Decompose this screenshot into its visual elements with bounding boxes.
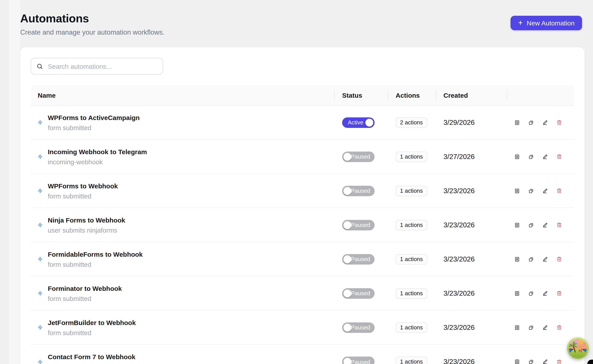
trash-icon [557, 222, 562, 228]
delete-button[interactable] [557, 325, 562, 330]
zap-icon [38, 358, 42, 364]
logs-button[interactable] [514, 154, 520, 159]
status-label: Paused [351, 188, 370, 194]
logs-button[interactable] [514, 359, 520, 364]
new-automation-button[interactable]: + New Automation [511, 16, 582, 30]
edit-icon [543, 291, 548, 296]
trash-icon [557, 290, 562, 296]
created-date: 3/23/2026 [436, 255, 507, 263]
edit-icon [543, 188, 548, 193]
column-header-name: Name [31, 85, 334, 105]
automation-name: FormidableForms to Webhook [48, 250, 143, 258]
status-toggle[interactable]: Active [342, 117, 375, 128]
delete-button[interactable] [557, 290, 562, 296]
status-label: Paused [351, 325, 370, 330]
automation-name-cell: FormidableForms to Webhook form submitte… [31, 250, 334, 268]
page-title: Automations [20, 11, 582, 26]
copy-icon [529, 256, 534, 262]
edit-button[interactable] [543, 359, 548, 364]
status-toggle[interactable]: Paused [342, 357, 375, 364]
actions-cell: 1 actions [388, 220, 436, 230]
duplicate-button[interactable] [529, 120, 534, 125]
duplicate-button[interactable] [529, 188, 534, 193]
actions-count-badge: 1 actions [396, 254, 427, 264]
delete-button[interactable] [557, 154, 562, 159]
status-toggle[interactable]: Paused [342, 151, 375, 162]
actions-cell: 1 actions [388, 186, 436, 196]
zap-icon [38, 119, 42, 126]
automation-trigger: form submitted [48, 328, 136, 337]
left-gutter-strip [9, 0, 20, 364]
automation-name-cell: Ninja Forms to Webhook user submits ninj… [31, 216, 334, 234]
search-box[interactable] [31, 58, 163, 74]
island-badge-widget[interactable] [567, 337, 589, 359]
delete-button[interactable] [557, 256, 562, 262]
logs-icon [514, 188, 520, 193]
status-toggle[interactable]: Paused [342, 254, 375, 264]
zap-icon [38, 256, 42, 262]
status-toggle[interactable]: Paused [342, 322, 375, 333]
duplicate-button[interactable] [529, 359, 534, 364]
duplicate-button[interactable] [529, 154, 534, 159]
actions-cell: 1 actions [388, 254, 436, 264]
column-header-tools [507, 85, 574, 105]
row-tools [507, 154, 574, 159]
duplicate-button[interactable] [529, 291, 534, 296]
delete-button[interactable] [557, 359, 562, 364]
status-toggle[interactable]: Paused [342, 186, 375, 196]
row-tools [507, 120, 574, 125]
edit-icon [543, 120, 548, 125]
table-row: FormidableForms to Webhook form submitte… [31, 242, 574, 276]
toggle-knob [365, 118, 373, 126]
logs-button[interactable] [514, 222, 520, 228]
duplicate-button[interactable] [529, 222, 534, 228]
status-label: Paused [351, 154, 370, 159]
automations-page: Automations Create and manage your autom… [0, 0, 593, 364]
edit-icon [543, 359, 548, 364]
logs-button[interactable] [514, 188, 520, 193]
edit-button[interactable] [543, 188, 548, 193]
edit-button[interactable] [543, 222, 548, 228]
status-toggle[interactable]: Paused [342, 220, 375, 230]
trash-icon [557, 154, 562, 159]
actions-cell: 1 actions [388, 288, 436, 299]
edit-button[interactable] [543, 154, 548, 159]
delete-button[interactable] [557, 222, 562, 228]
automation-name: Forminator to Webhook [48, 284, 122, 292]
created-date: 3/23/2026 [436, 289, 507, 297]
automation-name-block: Ninja Forms to Webhook user submits ninj… [48, 216, 125, 234]
table-row: JetFormBuilder to Webhook form submitted… [31, 311, 574, 345]
automation-name-block: WPForms to ActiveCampaign form submitted [48, 113, 140, 132]
created-date: 3/23/2026 [436, 187, 507, 195]
delete-button[interactable] [557, 188, 562, 194]
status-cell: Paused [334, 357, 388, 364]
toggle-knob [344, 358, 351, 364]
automation-name-block: FormidableForms to Webhook form submitte… [48, 250, 143, 268]
trash-icon [557, 120, 562, 125]
edit-icon [543, 154, 548, 159]
duplicate-button[interactable] [529, 256, 534, 262]
automation-name-cell: WPForms to Webhook form submitted [31, 182, 334, 200]
edit-icon [543, 325, 548, 330]
delete-button[interactable] [557, 120, 562, 125]
table-row: Incoming Webhook to Telegram incoming-we… [31, 140, 574, 174]
new-automation-label: New Automation [527, 19, 575, 27]
edit-button[interactable] [543, 256, 548, 262]
page-header: Automations Create and manage your autom… [20, 0, 582, 47]
edit-button[interactable] [543, 120, 548, 125]
column-header-actions: Actions [388, 85, 436, 105]
edit-button[interactable] [543, 291, 548, 296]
edit-button[interactable] [543, 325, 548, 330]
status-cell: Paused [334, 322, 388, 333]
logs-button[interactable] [514, 120, 520, 125]
logs-button[interactable] [514, 256, 520, 262]
duplicate-button[interactable] [529, 325, 534, 330]
zap-icon [38, 188, 42, 194]
row-tools [507, 290, 574, 296]
search-input[interactable] [47, 62, 157, 70]
actions-count-badge: 1 actions [396, 186, 427, 196]
automation-name-block: Contact Form 7 to Webhook form submitted [48, 353, 135, 364]
logs-button[interactable] [514, 325, 520, 330]
logs-button[interactable] [514, 291, 520, 296]
status-toggle[interactable]: Paused [342, 288, 375, 299]
